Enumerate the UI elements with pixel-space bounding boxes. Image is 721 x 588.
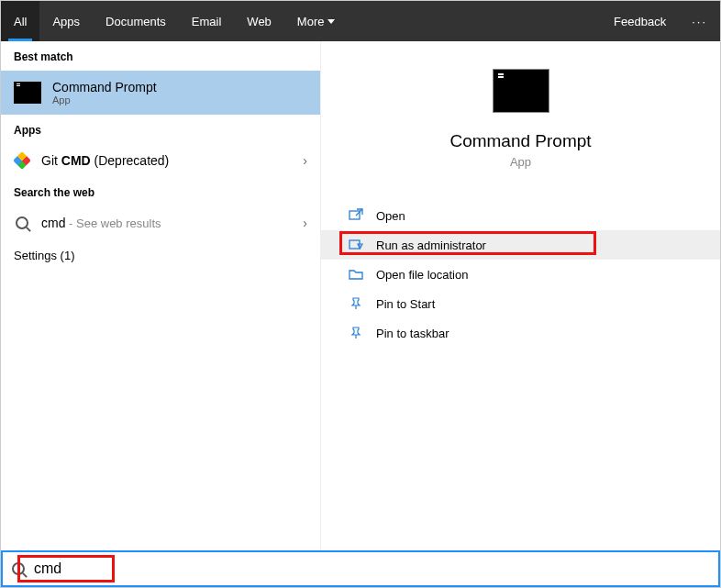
best-match-subtitle: App: [52, 94, 157, 105]
chevron-right-icon: ›: [303, 216, 307, 230]
results-panel: Best match Command Prompt App Apps Git C…: [1, 41, 320, 550]
action-pin-to-start[interactable]: Pin to Start: [321, 289, 720, 318]
search-web-header: Search the web: [1, 177, 320, 206]
best-match-header: Best match: [1, 41, 320, 71]
tab-all[interactable]: All: [1, 1, 39, 41]
feedback-link[interactable]: Feedback: [601, 15, 679, 28]
svg-rect-0: [349, 211, 360, 219]
action-label: Open: [376, 209, 405, 223]
tab-web[interactable]: Web: [234, 1, 284, 41]
more-options-button[interactable]: ···: [679, 15, 720, 28]
web-result[interactable]: cmd - See web results ›: [1, 206, 320, 239]
action-label: Open file location: [376, 268, 468, 282]
chevron-right-icon: ›: [303, 153, 307, 168]
action-label: Run as administrator: [376, 239, 486, 252]
web-result-label: cmd - See web results: [41, 216, 161, 230]
search-icon: [12, 562, 25, 575]
git-icon: [13, 151, 31, 170]
tab-email[interactable]: Email: [179, 1, 235, 41]
preview-panel: Command Prompt App Open Run as administr…: [320, 41, 720, 550]
search-input[interactable]: [34, 560, 709, 577]
app-result-label: Git CMD (Deprecated): [41, 153, 169, 168]
pin-icon: [349, 326, 363, 340]
action-run-as-administrator[interactable]: Run as administrator: [321, 230, 720, 260]
preview-subtitle: App: [510, 155, 531, 169]
settings-result[interactable]: Settings (1): [1, 239, 320, 272]
dropdown-icon: [327, 19, 335, 24]
search-bar[interactable]: [1, 550, 720, 587]
admin-icon: [349, 238, 363, 252]
search-icon: [16, 216, 28, 229]
preview-title: Command Prompt: [449, 131, 591, 151]
open-icon: [349, 208, 363, 223]
best-match-title: Command Prompt: [52, 80, 157, 94]
action-pin-to-taskbar[interactable]: Pin to taskbar: [321, 318, 720, 348]
tab-documents[interactable]: Documents: [93, 1, 179, 41]
action-open[interactable]: Open: [321, 201, 720, 230]
app-result-git-cmd[interactable]: Git CMD (Deprecated) ›: [1, 144, 320, 177]
tab-apps[interactable]: Apps: [39, 1, 93, 41]
apps-header: Apps: [1, 115, 320, 144]
command-prompt-icon-large: [493, 69, 549, 113]
action-open-file-location[interactable]: Open file location: [321, 260, 720, 289]
best-match-result[interactable]: Command Prompt App: [1, 71, 320, 115]
action-label: Pin to taskbar: [376, 327, 449, 340]
folder-icon: [349, 267, 363, 282]
action-label: Pin to Start: [376, 297, 435, 311]
command-prompt-icon: [14, 82, 41, 104]
top-tabs-bar: All Apps Documents Email Web More Feedba…: [1, 1, 720, 41]
pin-icon: [349, 296, 363, 311]
tab-more[interactable]: More: [284, 1, 349, 41]
